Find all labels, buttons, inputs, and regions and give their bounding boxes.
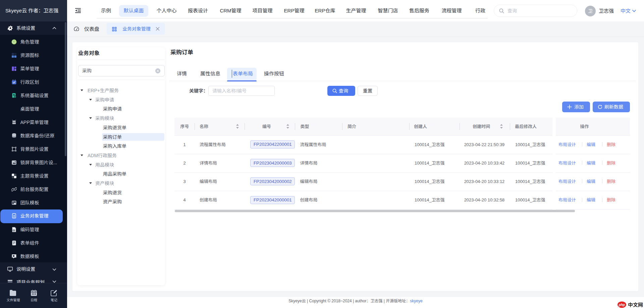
svg-text:A: A <box>13 41 15 44</box>
svg-text:w: w <box>13 229 15 231</box>
svg-text:php: php <box>619 303 625 307</box>
